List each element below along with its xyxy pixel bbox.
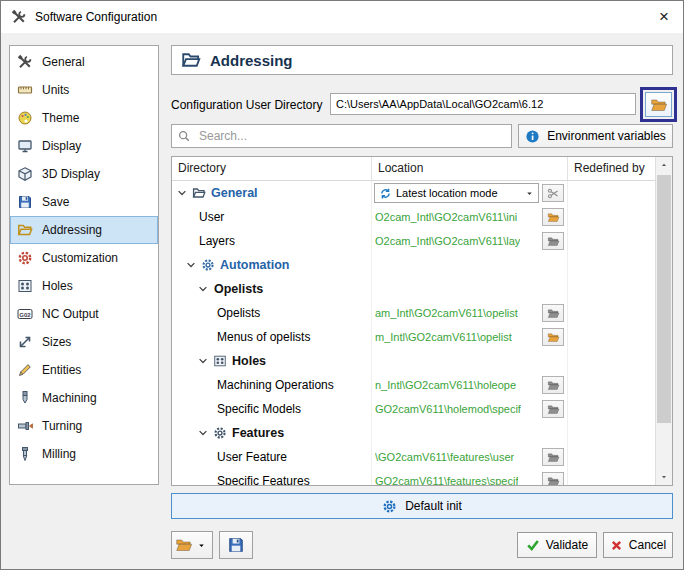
tree-row-machining-operations[interactable]: Machining Operations n_Intl\GO2camV611\h… [172,373,655,397]
folder-open-icon [547,331,560,344]
monitor-icon [17,138,33,154]
tree-row-user-feature[interactable]: User Feature \GO2camV611\features\user [172,445,655,469]
vertical-scrollbar[interactable] [655,157,672,485]
resize-arrows-icon [17,334,33,350]
location-value: n_Intl\GO2camV611\holeope [375,379,516,391]
location-value: GO2camV611\holemod\specif [375,403,521,415]
sidebar-item-label: 3D Display [42,167,100,181]
location-mode-dropdown[interactable]: Latest location mode [374,183,539,203]
gear-icon [17,250,33,266]
sidebar-item-machining[interactable]: Machining [10,384,158,412]
tree-group-holes[interactable]: Holes [172,349,655,373]
folder-open-icon [547,475,560,486]
sidebar-item-holes[interactable]: Holes [10,272,158,300]
validate-button[interactable]: Validate [517,532,597,558]
scrollbar-thumb[interactable] [657,175,671,423]
expander-icon[interactable] [176,187,188,199]
browse-folder-button[interactable] [542,208,564,226]
sidebar-item-3d-display[interactable]: 3D Display [10,160,158,188]
environment-variables-button[interactable]: Environment variables [518,124,673,148]
titlebar: Software Configuration × [1,1,683,33]
redefined-by-cell [568,397,655,421]
column-header-directory: Directory [172,157,372,180]
tree-group-features[interactable]: Features [172,421,655,445]
folder-open-icon [175,536,193,554]
browse-folder-button[interactable] [542,304,564,322]
sidebar-item-label: Save [42,195,69,209]
browse-folder-button[interactable] [542,232,564,250]
unlink-button[interactable] [542,184,564,202]
location-value: am_Intl\GO2camV611\opelist [375,307,518,319]
sidebar-item-units[interactable]: Units [10,76,158,104]
redefined-by-cell [568,253,655,277]
expander-icon[interactable] [197,355,209,367]
sidebar-item-save[interactable]: Save [10,188,158,216]
search-input[interactable] [171,124,512,148]
floppy-icon [227,536,245,554]
browse-folder-button[interactable] [542,448,564,466]
sidebar-item-label: Theme [42,111,79,125]
browse-directory-button[interactable] [645,92,672,117]
location-value: GO2camV611\features\specif [375,475,518,485]
tree-row-menus-of-opelists[interactable]: Menus of opelists m_Intl\GO2camV611\opel… [172,325,655,349]
tree-row-general[interactable]: General Latest location mode [172,181,655,205]
drill-icon [17,446,33,462]
tree-row-user[interactable]: User O2cam_Intl\GO2camV611\ini [172,205,655,229]
scroll-up-button[interactable] [656,157,672,173]
browse-folder-button[interactable] [542,400,564,418]
sidebar-item-addressing[interactable]: Addressing [10,216,158,244]
tree-group-opelists[interactable]: Opelists [172,277,655,301]
row-label: Specific Models [172,402,301,416]
table-header: Directory Location Redefined by [172,157,655,181]
expander-icon[interactable] [197,283,209,295]
location-value: m_Intl\GO2camV611\opelist [375,331,512,343]
default-init-button[interactable]: Default init [171,493,673,519]
sidebar-item-general[interactable]: General [10,48,158,76]
default-init-label: Default init [405,499,462,513]
sidebar-item-customization[interactable]: Customization [10,244,158,272]
scroll-down-button[interactable] [656,469,672,485]
sidebar-item-turning[interactable]: Turning [10,412,158,440]
directory-table: Directory Location Redefined by General … [171,156,673,486]
cancel-button[interactable]: Cancel [603,532,673,558]
row-label: Menus of opelists [172,330,310,344]
chevron-down-icon [197,541,206,550]
sidebar-item-display[interactable]: Display [10,132,158,160]
gear-icon [201,258,215,272]
sidebar-item-label: Sizes [42,335,71,349]
tree-row-layers[interactable]: Layers O2cam_Intl\GO2camV611\lay [172,229,655,253]
save-configuration-button[interactable] [219,531,253,559]
tree-row-opelists[interactable]: Opelists am_Intl\GO2camV611\opelist [172,301,655,325]
tree-row-specific-models[interactable]: Specific Models GO2camV611\holemod\speci… [172,397,655,421]
config-user-directory-input[interactable] [330,93,636,115]
open-configuration-button[interactable] [171,531,213,559]
browse-folder-button[interactable] [542,472,564,485]
sidebar-item-label: Customization [42,251,118,265]
tree-row-specific-features[interactable]: Specific Features GO2camV611\features\sp… [172,469,655,485]
browse-folder-button[interactable] [542,328,564,346]
software-configuration-dialog: Software Configuration × General Units T… [0,0,684,570]
sidebar-item-label: Display [42,139,81,153]
sidebar-item-label: NC Output [42,307,99,321]
expander-icon[interactable] [197,427,209,439]
page-header: Addressing [171,45,673,75]
folder-open-icon [547,307,560,320]
location-value: \GO2camV611\features\user [375,451,514,463]
expander-icon[interactable] [185,259,197,271]
column-header-location: Location [372,157,568,180]
sidebar-item-milling[interactable]: Milling [10,440,158,468]
sidebar-item-sizes[interactable]: Sizes [10,328,158,356]
close-button[interactable]: × [645,1,683,33]
browse-folder-button[interactable] [542,376,564,394]
sidebar-item-theme[interactable]: Theme [10,104,158,132]
group-label: Features [232,426,284,440]
sidebar-item-nc-output[interactable]: NC Output [10,300,158,328]
sidebar-item-label: Machining [42,391,97,405]
tree-row-automation[interactable]: Automation [172,253,655,277]
location-value: O2cam_Intl\GO2camV611\ini [375,211,517,223]
redefined-by-cell [568,373,655,397]
redefined-by-cell [568,469,655,485]
group-label: Opelists [214,282,263,296]
sidebar-item-entities[interactable]: Entities [10,356,158,384]
chevron-up-icon [660,161,668,169]
